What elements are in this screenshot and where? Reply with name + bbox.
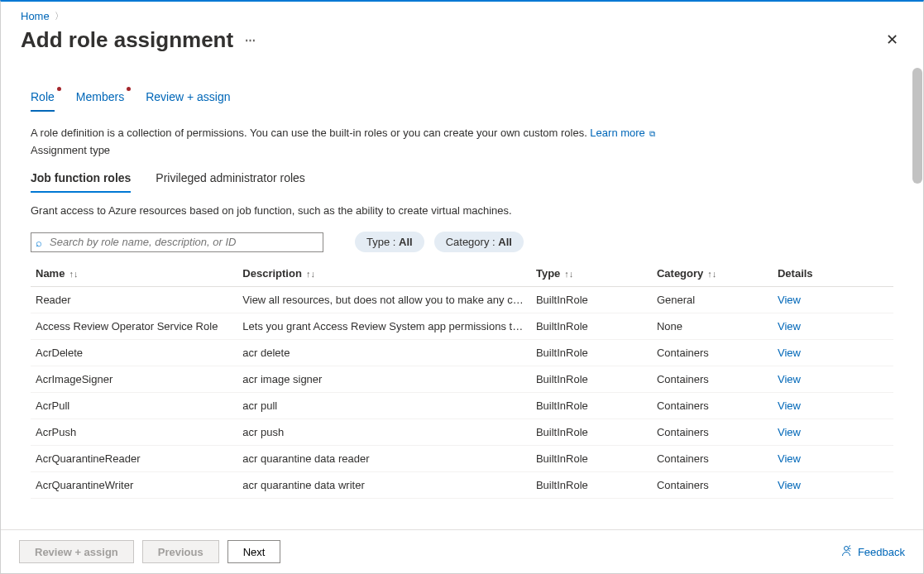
feedback-icon [840, 544, 853, 560]
filter-category-label: Category : [446, 236, 499, 248]
table-row[interactable]: AcrQuarantineReaderacr quarantine data r… [31, 446, 893, 472]
required-dot-icon [127, 87, 131, 91]
chevron-right-icon: 〉 [55, 10, 64, 22]
cell-name: AcrQuarantineReader [31, 446, 237, 472]
table-row[interactable]: AcrQuarantineWriteracr quarantine data w… [31, 472, 893, 499]
cell-type: BuiltInRole [531, 419, 652, 446]
cell-type: BuiltInRole [531, 340, 652, 366]
tab-review[interactable]: Review + assign [146, 90, 230, 112]
cell-category: Containers [652, 393, 773, 419]
filter-type-label: Type : [366, 236, 399, 248]
more-icon[interactable]: ⋯ [245, 34, 256, 46]
cell-category: Containers [652, 446, 773, 472]
col-description[interactable]: Description ↑↓ [237, 261, 531, 287]
search-wrapper: ⌕ [31, 232, 323, 252]
view-link[interactable]: View [778, 347, 801, 359]
cell-type: BuiltInRole [531, 446, 652, 472]
cell-name: AcrPull [31, 393, 237, 419]
table-row[interactable]: AcrDeleteacr deleteBuiltInRoleContainers… [31, 340, 893, 366]
subtab-job-function[interactable]: Job function roles [31, 171, 131, 193]
subtab-privileged[interactable]: Privileged administrator roles [156, 171, 305, 193]
intro-text-body: A role definition is a collection of per… [31, 127, 590, 139]
col-details: Details [773, 261, 893, 287]
cell-name: AcrPush [31, 419, 237, 446]
role-type-tabs: Job function roles Privileged administra… [1, 156, 923, 193]
col-description-label: Description [242, 267, 302, 280]
cell-name: AcrImageSigner [31, 366, 237, 393]
view-link[interactable]: View [778, 373, 801, 385]
tab-review-label: Review + assign [146, 90, 230, 103]
view-link[interactable]: View [778, 426, 801, 438]
learn-more-label: Learn more [590, 127, 644, 139]
view-link[interactable]: View [778, 294, 801, 306]
footer: Review + assign Previous Next Feedback [1, 529, 923, 573]
breadcrumb-home[interactable]: Home [21, 10, 50, 22]
col-name[interactable]: Name ↑↓ [31, 261, 237, 287]
sort-icon: ↑↓ [66, 269, 78, 279]
cell-description: acr quarantine data writer [237, 472, 531, 499]
assignment-type-label: Assignment type [1, 141, 923, 156]
cell-description: View all resources, but does not allow y… [237, 287, 531, 313]
close-icon[interactable]: ✕ [881, 26, 903, 54]
roles-table: Name ↑↓ Description ↑↓ Type ↑↓ Category … [31, 261, 893, 499]
learn-more-link[interactable]: Learn more ⧉ [590, 127, 655, 139]
cell-name: Access Review Operator Service Role [31, 313, 237, 340]
table-row[interactable]: AcrPullacr pullBuiltInRoleContainersView [31, 393, 893, 419]
cell-type: BuiltInRole [531, 393, 652, 419]
cell-category: None [652, 313, 773, 340]
cell-category: Containers [652, 366, 773, 393]
page-title-text: Add role assignment [21, 27, 233, 53]
breadcrumb: Home 〉 [1, 2, 923, 26]
intro-text: A role definition is a collection of per… [1, 112, 923, 141]
tab-role[interactable]: Role [31, 90, 55, 112]
required-dot-icon [57, 87, 61, 91]
sort-icon: ↑↓ [562, 269, 573, 279]
search-input[interactable] [31, 232, 323, 252]
col-details-label: Details [778, 267, 813, 280]
view-link[interactable]: View [778, 399, 801, 412]
view-link[interactable]: View [778, 452, 801, 465]
table-row[interactable]: Access Review Operator Service RoleLets … [31, 313, 893, 340]
cell-type: BuiltInRole [531, 472, 652, 499]
col-name-label: Name [36, 267, 65, 280]
table-row[interactable]: AcrImageSigneracr image signerBuiltInRol… [31, 366, 893, 393]
cell-category: Containers [652, 472, 773, 499]
cell-description: Lets you grant Access Review System app … [237, 313, 531, 340]
table-row[interactable]: ReaderView all resources, but does not a… [31, 287, 893, 313]
col-category[interactable]: Category ↑↓ [652, 261, 773, 287]
cell-category: Containers [652, 340, 773, 366]
scrollbar[interactable] [912, 68, 922, 184]
cell-type: BuiltInRole [531, 287, 652, 313]
view-link[interactable]: View [778, 320, 801, 332]
col-category-label: Category [657, 267, 703, 280]
col-type-label: Type [536, 267, 560, 280]
filter-pill-category[interactable]: Category : All [434, 232, 524, 252]
view-link[interactable]: View [778, 479, 801, 491]
external-link-icon: ⧉ [649, 129, 655, 139]
sort-icon: ↑↓ [705, 269, 716, 279]
search-icon: ⌕ [36, 236, 42, 248]
cell-category: Containers [652, 419, 773, 446]
svg-point-0 [844, 546, 848, 550]
tab-members[interactable]: Members [76, 90, 124, 112]
cell-name: AcrQuarantineWriter [31, 472, 237, 499]
cell-description: acr quarantine data reader [237, 446, 531, 472]
cell-name: AcrDelete [31, 340, 237, 366]
cell-description: acr image signer [237, 366, 531, 393]
wizard-tabs: Role Members Review + assign [1, 60, 923, 112]
filter-type-value: All [399, 236, 413, 248]
col-type[interactable]: Type ↑↓ [531, 261, 652, 287]
feedback-label: Feedback [858, 546, 905, 558]
tab-members-label: Members [76, 90, 124, 103]
cell-type: BuiltInRole [531, 313, 652, 340]
subtab-description: Grant access to Azure resources based on… [1, 193, 923, 232]
review-assign-button: Review + assign [19, 540, 134, 563]
table-row[interactable]: AcrPushacr pushBuiltInRoleContainersView [31, 419, 893, 446]
sort-icon: ↑↓ [304, 269, 315, 279]
filter-category-value: All [498, 236, 512, 248]
cell-name: Reader [31, 287, 237, 313]
previous-button: Previous [142, 540, 219, 563]
next-button[interactable]: Next [227, 540, 281, 563]
feedback-link[interactable]: Feedback [840, 544, 905, 560]
filter-pill-type[interactable]: Type : All [355, 232, 424, 252]
